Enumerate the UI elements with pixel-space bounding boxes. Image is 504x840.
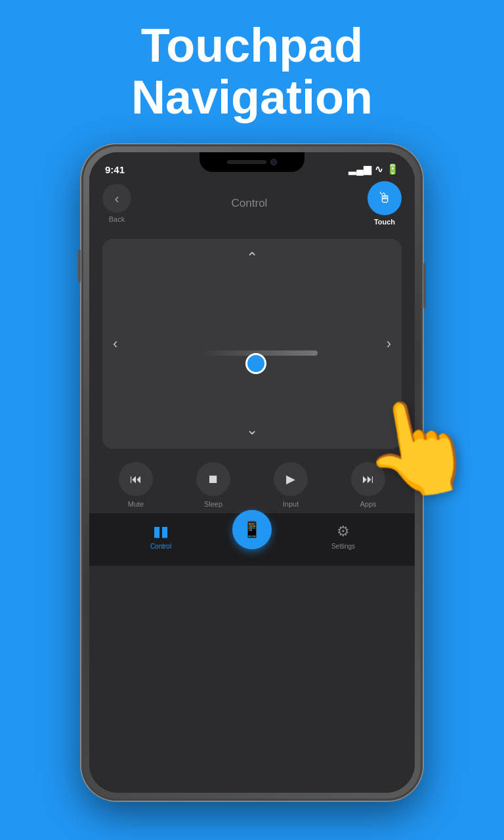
arrow-down-icon: ⌄: [246, 421, 258, 438]
tab-settings[interactable]: ⚙ Settings: [272, 523, 415, 550]
touch-label: Touch: [374, 218, 395, 226]
notch: [200, 152, 304, 172]
control-tab-label: Control: [150, 543, 171, 550]
arrow-left-icon: ‹: [113, 335, 117, 352]
input-label: Input: [283, 500, 299, 508]
mute-icon-circle: ⏮: [119, 462, 153, 496]
hand-gesture-icon: 👆: [352, 385, 484, 511]
arrow-up-icon: ⌃: [246, 249, 258, 266]
signal-icon: ▂▄▆: [348, 163, 371, 175]
mute-button[interactable]: ⏮ Mute: [119, 462, 153, 508]
phone-mockup: 9:41 ▂▄▆ ∿ 🔋 ‹ Back Control: [81, 144, 423, 801]
remote-icon: 📱: [242, 520, 262, 539]
header-line1: Touchpad: [0, 20, 504, 72]
mouse-icon: 🖱: [377, 190, 392, 207]
mute-label: Mute: [128, 500, 144, 508]
nav-title: Control: [232, 197, 268, 210]
tab-bar: ▮▮ Control 📱 ⚙ Settings: [89, 513, 415, 566]
back-button[interactable]: ‹ Back: [102, 184, 131, 223]
arrow-right-icon: ›: [387, 335, 391, 352]
cursor-dot: [245, 353, 266, 374]
touch-icon-circle: 🖱: [368, 181, 402, 215]
side-button-left: [78, 249, 81, 282]
speaker: [227, 160, 266, 164]
stop-icon: ⏹: [207, 472, 219, 486]
wifi-icon: ∿: [375, 163, 383, 175]
sleep-icon-circle: ⏹: [196, 462, 230, 496]
settings-tab-icon: ⚙: [337, 523, 350, 540]
battery-icon: 🔋: [387, 163, 399, 175]
back-circle: ‹: [102, 184, 131, 213]
page-header: Touchpad Navigation: [0, 20, 504, 123]
chevron-left-icon: ‹: [115, 191, 119, 206]
camera: [270, 159, 277, 165]
status-time: 9:41: [105, 164, 125, 175]
sleep-label: Sleep: [204, 500, 222, 508]
play-icon: ▶: [286, 472, 295, 486]
status-icons: ▂▄▆ ∿ 🔋: [348, 163, 399, 175]
input-icon-circle: ▶: [274, 462, 308, 496]
back-label: Back: [109, 215, 125, 223]
touch-button[interactable]: 🖱 Touch: [368, 181, 402, 226]
header-line2: Navigation: [0, 72, 504, 123]
control-tab-icon: ▮▮: [153, 523, 169, 540]
tab-control[interactable]: ▮▮ Control: [89, 523, 232, 550]
remote-fab[interactable]: 📱: [232, 510, 272, 549]
rewind-icon: ⏮: [130, 472, 142, 486]
input-button[interactable]: ▶ Input: [274, 462, 308, 508]
sleep-button[interactable]: ⏹ Sleep: [196, 462, 230, 508]
side-button-right: [423, 262, 426, 308]
settings-tab-label: Settings: [331, 543, 355, 550]
